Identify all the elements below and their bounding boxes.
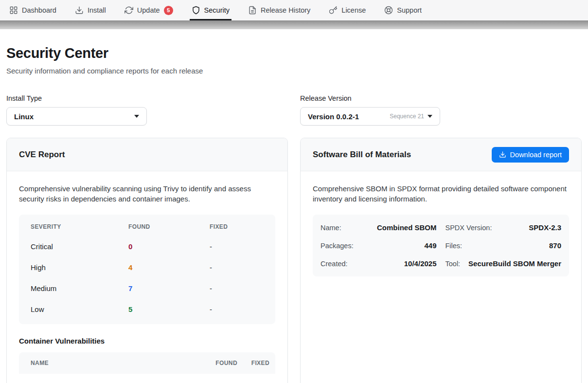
- install-type-select[interactable]: Linux: [6, 107, 147, 126]
- info-value: 870: [549, 241, 561, 250]
- page-title: Security Center: [6, 45, 582, 61]
- fixed-col-header: FIXED: [210, 223, 264, 230]
- severity-fixed-count: -: [210, 305, 264, 313]
- table-row: Critical 0 -: [31, 236, 264, 257]
- tab-support-label: Support: [397, 6, 422, 14]
- table-row: Medium 7 -: [31, 278, 264, 299]
- install-type-value: Linux: [14, 112, 34, 121]
- found-col-header: FOUND: [128, 223, 210, 230]
- fixed-col-header: FIXED: [237, 360, 269, 366]
- severity-found-count: 5: [128, 305, 210, 313]
- tab-support[interactable]: Support: [375, 0, 431, 20]
- severity-table-header: SEVERITY FOUND FIXED: [31, 216, 264, 236]
- chevron-down-icon: [134, 115, 139, 118]
- report-cards: CVE Report Comprehensive vulnerability s…: [6, 138, 582, 383]
- info-label: Files:: [445, 242, 463, 250]
- dashboard-icon: [9, 6, 18, 15]
- cve-report-title: CVE Report: [19, 150, 65, 160]
- info-label: Name:: [321, 224, 341, 232]
- file-text-icon: [248, 6, 257, 15]
- container-vulnerabilities-title: Container Vulnerabilities: [19, 337, 275, 345]
- info-value: 449: [424, 241, 436, 250]
- sbom-info-name: Name: Combined SBOM: [321, 219, 437, 237]
- life-buoy-icon: [384, 6, 393, 15]
- sbom-header: Software Bill of Materials Download repo…: [301, 138, 581, 171]
- info-value: 10/4/2025: [404, 259, 437, 268]
- top-navigation: Dashboard Install Update 5 Security Rele…: [0, 0, 588, 20]
- info-label: SPDX Version:: [445, 224, 492, 232]
- sbom-description: Comprehensive SBOM in SPDX format provid…: [313, 183, 568, 204]
- download-report-label: Download report: [510, 151, 562, 159]
- info-value: SPDX-2.3: [529, 223, 561, 232]
- severity-table: SEVERITY FOUND FIXED Critical 0 - High 4…: [19, 215, 275, 324]
- tab-security[interactable]: Security: [182, 0, 239, 20]
- tab-dashboard-label: Dashboard: [22, 6, 56, 14]
- found-col-header: FOUND: [195, 360, 237, 366]
- sbom-body: Comprehensive SBOM in SPDX format provid…: [301, 171, 581, 383]
- install-type-label: Install Type: [6, 94, 288, 102]
- severity-name: Medium: [31, 284, 128, 292]
- shield-icon: [192, 6, 200, 15]
- release-version-filter: Release Version Version 0.0.2-1 Sequence…: [300, 94, 582, 126]
- tab-license[interactable]: License: [320, 0, 375, 20]
- severity-found-count: 7: [128, 284, 210, 292]
- severity-fixed-count: -: [210, 242, 264, 251]
- severity-found-count: 4: [128, 263, 210, 272]
- sbom-info-files: Files: 870: [445, 237, 562, 255]
- tab-install-label: Install: [88, 6, 106, 14]
- tab-license-label: License: [341, 6, 366, 14]
- cve-report-description: Comprehensive vulnerability scanning usi…: [19, 183, 274, 204]
- severity-name: Low: [31, 305, 128, 313]
- release-version-select[interactable]: Version 0.0.2-1 Sequence 21: [300, 107, 440, 126]
- tab-release-history[interactable]: Release History: [239, 0, 320, 20]
- cve-report-header: CVE Report: [7, 138, 287, 171]
- download-icon: [75, 6, 84, 15]
- download-icon: [499, 151, 506, 158]
- tab-update[interactable]: Update 5: [115, 0, 182, 20]
- severity-name: High: [31, 263, 128, 272]
- table-row: High 4 -: [31, 257, 264, 278]
- tab-security-label: Security: [204, 6, 230, 14]
- sbom-info-grid: Name: Combined SBOM SPDX Version: SPDX-2…: [313, 215, 569, 276]
- severity-fixed-count: -: [210, 263, 264, 272]
- info-value: SecureBuild SBOM Merger: [468, 259, 561, 268]
- sbom-info-created: Created: 10/4/2025: [321, 255, 437, 273]
- filters-row: Install Type Linux Release Version Versi…: [6, 94, 582, 126]
- info-label: Tool:: [445, 260, 461, 268]
- tab-dashboard[interactable]: Dashboard: [0, 0, 66, 20]
- cve-report-body: Comprehensive vulnerability scanning usi…: [7, 171, 287, 383]
- table-row: Low 5 -: [31, 299, 264, 320]
- tab-update-label: Update: [137, 6, 160, 14]
- cve-report-card: CVE Report Comprehensive vulnerability s…: [6, 138, 288, 383]
- page-subtitle: Security information and compliance repo…: [6, 67, 582, 75]
- download-report-button[interactable]: Download report: [492, 147, 569, 163]
- info-label: Created:: [321, 260, 348, 268]
- info-value: Combined SBOM: [377, 223, 437, 232]
- update-count-badge: 5: [164, 6, 173, 15]
- release-version-label: Release Version: [300, 94, 582, 102]
- key-icon: [329, 6, 338, 15]
- container-vulnerabilities-table-header: NAME FOUND FIXED: [19, 352, 275, 374]
- main-content: Security Center Security information and…: [0, 45, 588, 383]
- sbom-info-packages: Packages: 449: [321, 237, 437, 255]
- sbom-title: Software Bill of Materials: [313, 150, 411, 160]
- install-type-filter: Install Type Linux: [6, 94, 288, 126]
- severity-fixed-count: -: [210, 284, 264, 292]
- tab-release-history-label: Release History: [261, 6, 310, 14]
- release-sequence-hint: Sequence 21: [390, 113, 424, 120]
- header-shadow-band: [0, 20, 588, 29]
- sbom-card: Software Bill of Materials Download repo…: [300, 138, 582, 383]
- severity-found-count: 0: [128, 242, 210, 251]
- refresh-icon: [125, 6, 133, 15]
- severity-col-header: SEVERITY: [31, 223, 128, 230]
- sbom-info-tool: Tool: SecureBuild SBOM Merger: [445, 255, 562, 273]
- sbom-info-spdx-version: SPDX Version: SPDX-2.3: [445, 219, 562, 237]
- tab-install[interactable]: Install: [66, 0, 115, 20]
- chevron-down-icon: [428, 115, 432, 118]
- name-col-header: NAME: [31, 360, 195, 366]
- severity-name: Critical: [31, 242, 128, 251]
- info-label: Packages:: [321, 242, 354, 250]
- release-version-value: Version 0.0.2-1: [308, 112, 359, 121]
